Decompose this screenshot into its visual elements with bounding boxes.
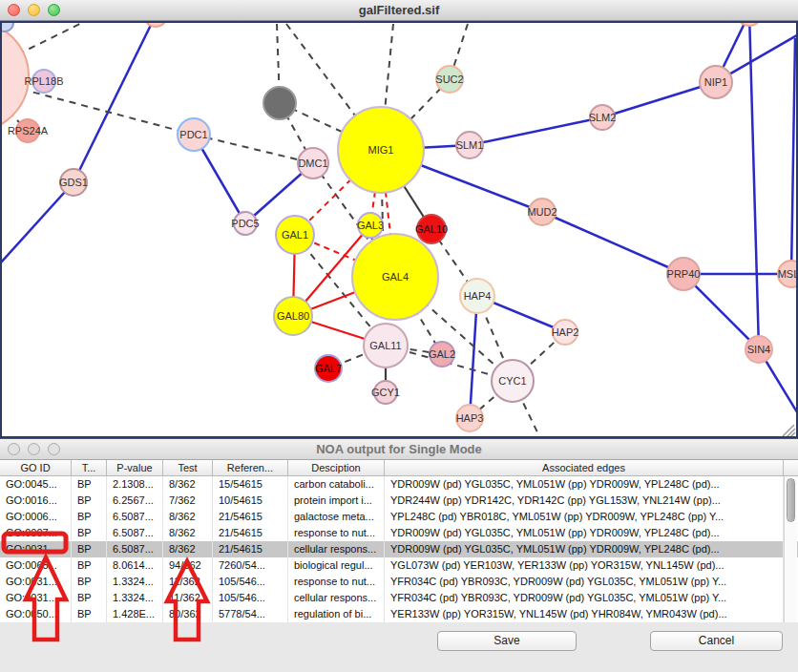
table-row[interactable]: GO:0065...BP8.0614...94/3627260/54...bio…: [0, 557, 798, 574]
cancel-button[interactable]: Cancel: [650, 631, 783, 651]
node-GAL11[interactable]: GAL11: [364, 324, 408, 368]
node-MUD2[interactable]: MUD2: [527, 199, 556, 225]
node-label: PDC1: [179, 129, 207, 140]
node-GAL3[interactable]: GAL3: [357, 213, 384, 238]
node-SIN4[interactable]: SIN4: [746, 336, 772, 363]
noa-output-window: NOA output for Single Mode GO IDT...P-va…: [0, 438, 798, 672]
node-label: HAP2: [552, 326, 579, 338]
table-cell: 21/54615: [213, 509, 288, 525]
edge-blue[interactable]: [470, 296, 477, 418]
node-HAP3[interactable]: HAP3: [456, 405, 484, 431]
node-label: SLM1: [456, 139, 484, 151]
edge-blue[interactable]: [0, 182, 74, 272]
edge-blue[interactable]: [470, 117, 602, 145]
table-cell: YFR034C (pd) YBR093C, YDR009W (pd) YGL03…: [385, 574, 784, 590]
noa-window-title: NOA output for Single Mode: [0, 439, 798, 460]
table-row[interactable]: GO:0050...BP1.428E...80/3625778/54...reg…: [0, 606, 798, 622]
column-header-desciption[interactable]: Desciption: [288, 460, 385, 475]
node-label: RPL18B: [25, 75, 64, 87]
node-SUC2[interactable]: SUC2: [435, 66, 463, 93]
table-cell: YGL073W (pd) YER103W, YER133W (pp) YOR31…: [385, 557, 784, 574]
table-row[interactable]: GO:0007...BP6.5087...8/36221/54615respon…: [0, 525, 798, 541]
node-graynode[interactable]: [263, 87, 296, 119]
table-row[interactable]: GO:0006...BP6.5087...8/36221/54615galact…: [0, 509, 798, 525]
table-row[interactable]: GO:0031...BP1.3324...11/362105/546...res…: [0, 574, 798, 590]
node-PRP40[interactable]: PRP40: [667, 258, 701, 290]
table-row[interactable]: GO:0031...BP1.3324...11/362105/546...cel…: [0, 590, 798, 606]
node-label: GAL1: [282, 229, 308, 241]
node-label: SIN4: [747, 344, 770, 355]
node-label: SLM2: [589, 112, 617, 123]
table-cell: BP: [72, 525, 107, 541]
node-GCY1[interactable]: GCY1: [371, 381, 400, 404]
table-cell: 21/54615: [213, 541, 288, 557]
edge-blue[interactable]: [542, 212, 683, 274]
vertical-scrollbar[interactable]: [784, 476, 797, 622]
column-header-t-[interactable]: T...: [72, 460, 107, 475]
column-header-test[interactable]: Test: [163, 460, 213, 475]
column-header-go-id[interactable]: GO ID: [0, 460, 72, 475]
node-topright[interactable]: [737, 21, 762, 26]
table-row[interactable]: GO:0045...BP2.1308...8/36215/54615carbon…: [0, 476, 798, 493]
save-button[interactable]: Save: [437, 631, 577, 651]
node-label: PDC5: [231, 218, 259, 229]
table-cell: carbon cataboli...: [288, 476, 385, 493]
table-cell: protein import i...: [288, 493, 385, 509]
edges-layer: [0, 21, 798, 438]
resize-grip-icon[interactable]: [783, 425, 795, 437]
scrollbar-thumb[interactable]: [787, 478, 795, 522]
node-GAL7[interactable]: GAL7: [315, 355, 342, 382]
table-cell: cellular respons...: [288, 590, 385, 606]
table-cell: GO:0031...: [0, 541, 72, 557]
table-row[interactable]: GO:0031...BP6.5087...8/36221/54615cellul…: [0, 541, 798, 557]
node-label: MSL1: [778, 268, 798, 280]
node-RPS24A[interactable]: RPS24A: [8, 119, 49, 142]
edge-blue[interactable]: [791, 38, 795, 274]
column-header-referen-[interactable]: Referen...: [213, 460, 288, 475]
table-cell: BP: [72, 541, 107, 557]
table-cell: 21/54615: [213, 525, 288, 541]
node-HAP4[interactable]: HAP4: [460, 279, 494, 313]
node-GAL80[interactable]: GAL80: [274, 297, 312, 335]
table-cell: 105/546...: [213, 574, 288, 590]
edge-blue[interactable]: [749, 21, 759, 349]
node-CYC1[interactable]: CYC1: [492, 360, 534, 402]
node-DMC1[interactable]: DMC1: [298, 148, 328, 178]
table-cell: BP: [72, 476, 107, 493]
node-GDS1[interactable]: GDS1: [59, 169, 88, 196]
node-topfrag[interactable]: [0, 21, 13, 32]
node-SLM1[interactable]: SLM1: [456, 132, 484, 158]
column-header-p-value[interactable]: P-value: [107, 460, 163, 475]
node-MSL1[interactable]: MSL1: [778, 261, 798, 287]
node-label: MUD2: [527, 206, 556, 218]
edge-blue[interactable]: [602, 82, 716, 117]
table-cell: 1.3324...: [107, 590, 163, 606]
node-GAL2[interactable]: GAL2: [429, 342, 455, 367]
node-RPL18B[interactable]: RPL18B: [25, 70, 64, 93]
node-label: GAL2: [429, 348, 455, 360]
node-PDC1[interactable]: PDC1: [178, 118, 210, 151]
node-label: HAP4: [464, 290, 492, 302]
node-topcenter[interactable]: [144, 21, 167, 27]
node-SLM2[interactable]: SLM2: [589, 105, 617, 130]
table-cell: 8.0614...: [107, 557, 163, 574]
table-row[interactable]: GO:0016...BP6.2567...7/36210/54615protei…: [0, 493, 798, 509]
column-header-associated-edges[interactable]: Associated edges: [385, 460, 784, 475]
node-label: GAL80: [277, 310, 309, 322]
node-MIG1[interactable]: MIG1: [338, 107, 424, 193]
table-cell: GO:0065...: [0, 557, 72, 574]
node-HAP2[interactable]: HAP2: [552, 320, 579, 345]
edge-blue[interactable]: [74, 21, 156, 182]
table-cell: 2.1308...: [107, 476, 163, 493]
node-label: RPS24A: [8, 125, 49, 136]
table-cell: 11/362: [163, 590, 213, 606]
network-canvas[interactable]: RPL18BRPS24AGDS1PDC1PDC5DMC1MIG1SUC2SLM1…: [0, 21, 798, 438]
node-GAL1[interactable]: GAL1: [276, 216, 314, 254]
noa-titlebar[interactable]: NOA output for Single Mode: [0, 439, 798, 460]
node-GAL10[interactable]: GAL10: [415, 215, 448, 243]
table-cell: 7/362: [163, 493, 213, 509]
network-titlebar[interactable]: galFiltered.sif: [0, 0, 798, 21]
node-NIP1[interactable]: NIP1: [700, 66, 732, 98]
node-GAL4[interactable]: GAL4: [352, 234, 438, 320]
edge-graydash[interactable]: [194, 135, 313, 163]
